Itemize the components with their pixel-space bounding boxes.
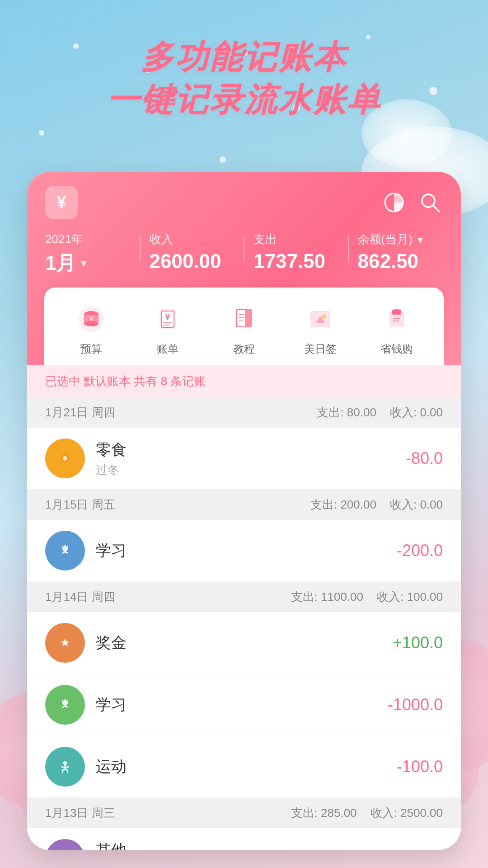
year-label: 2021年	[45, 231, 131, 247]
tx-bonus[interactable]: 奖金 +100.0	[27, 612, 461, 674]
tx-study1-name: 学习	[96, 540, 386, 561]
menu-budget[interactable]: ¥ 预算	[73, 301, 109, 356]
balance-stat: 余额(当月) ▼ 862.50	[358, 231, 443, 273]
ledger-icon: ¥	[150, 301, 186, 337]
income-value: 2600.00	[150, 250, 235, 273]
budget-label: 预算	[80, 342, 102, 356]
date-section-jan21: 1月21日 周四 支出: 80.00 收入: 0.00	[27, 397, 461, 428]
search-button[interactable]	[418, 190, 443, 215]
expense-value: 1737.50	[253, 250, 339, 273]
app-header: ¥ 2021年	[27, 172, 461, 365]
app-card: ¥ 2021年	[27, 172, 461, 850]
menu-ledger[interactable]: ¥ 账单	[150, 301, 186, 356]
expense-stat: 支出 1737.50	[253, 231, 339, 273]
tx-study2-name: 学习	[96, 694, 377, 715]
stat-divider-2	[244, 235, 244, 262]
tx-exercise[interactable]: 运动 -100.0	[27, 736, 461, 798]
date-jan15: 1月15日 周五	[45, 497, 115, 513]
jan13-expense: 支出: 285.00	[291, 805, 357, 821]
tx-study1[interactable]: 学习 -200.0	[27, 520, 461, 582]
jan14-income: 收入: 100.00	[377, 589, 443, 605]
income-label: 收入	[150, 231, 235, 247]
svg-text:¥: ¥	[165, 313, 170, 322]
tx-exercise-name: 运动	[96, 756, 386, 777]
account-header: 已选中 默认账本 共有 8 条记账	[27, 365, 461, 397]
quick-menu: ¥ 预算 ¥ 账单	[44, 288, 444, 365]
pie-chart-button[interactable]	[381, 190, 407, 215]
savings-label: 省钱购	[380, 342, 413, 356]
stats-row: 2021年 1月 ▼ 收入 2600.00 支出 1737.50 余额(当月)	[45, 231, 443, 277]
date-jan21: 1月21日 周四	[45, 405, 115, 420]
tx-other[interactable]: 其他 小猪砸碎哒 +2500.0	[27, 828, 461, 850]
hero-title: 多功能记账本 一键记录流水账单	[0, 36, 488, 121]
svg-point-22	[322, 314, 326, 319]
tx-snack-info: 零食 过冬	[96, 439, 395, 478]
balance-dropdown[interactable]: ▼	[416, 235, 425, 245]
tx-other-info: 其他 小猪砸碎哒	[96, 840, 373, 850]
ledger-label: 账单	[157, 342, 178, 356]
balance-label: 余额(当月) ▼	[358, 231, 443, 247]
date-jan13: 1月13日 周三	[45, 805, 115, 821]
tutorial-label: 教程	[233, 342, 255, 356]
tx-study2[interactable]: 学习 -1000.0	[27, 674, 461, 736]
tx-exercise-icon	[45, 747, 85, 787]
tx-snack-note: 过冬	[96, 462, 395, 478]
tx-snack-icon	[45, 439, 85, 478]
jan15-income: 收入: 0.00	[390, 497, 443, 513]
date-jan21-stats: 支出: 80.00 收入: 0.00	[317, 405, 443, 420]
income-stat: 收入 2600.00	[150, 231, 235, 273]
date-jan13-stats: 支出: 285.00 收入: 2500.00	[291, 805, 443, 821]
tx-bonus-name: 奖金	[96, 632, 382, 653]
expense-label: 支出	[253, 231, 339, 247]
svg-line-40	[62, 700, 63, 702]
year-month-stat: 2021年 1月 ▼	[45, 231, 131, 277]
tx-study2-info: 学习	[96, 694, 377, 715]
tx-study1-info: 学习	[96, 540, 386, 561]
svg-point-28	[63, 456, 67, 461]
tx-snack-amount: -80.0	[406, 449, 443, 468]
tx-study2-amount: -1000.0	[388, 695, 443, 714]
tx-study1-amount: -200.0	[397, 541, 443, 560]
tx-bonus-info: 奖金	[96, 632, 382, 653]
date-jan15-stats: 支出: 200.00 收入: 0.00	[310, 497, 443, 513]
month-dropdown-arrow[interactable]: ▼	[79, 258, 89, 269]
date-jan14: 1月14日 周四	[45, 589, 115, 605]
menu-savings[interactable]: 省钱购	[379, 301, 415, 356]
tutorial-icon	[226, 301, 262, 337]
date-section-jan15: 1月15日 周五 支出: 200.00 收入: 0.00	[27, 490, 461, 520]
tx-study2-icon	[45, 685, 85, 725]
date-section-jan13: 1月13日 周三 支出: 285.00 收入: 2500.00	[27, 798, 461, 828]
svg-rect-23	[392, 311, 401, 315]
header-top: ¥	[45, 186, 443, 219]
svg-line-33	[62, 546, 63, 547]
diary-label: 美日签	[304, 342, 337, 356]
date-section-jan14: 1月14日 周四 支出: 1100.00 收入: 100.00	[27, 582, 461, 612]
svg-rect-15	[245, 309, 252, 327]
tx-other-amount: +2500.0	[384, 849, 443, 850]
tx-bonus-amount: +100.0	[393, 633, 443, 652]
menu-diary[interactable]: 美日签	[302, 301, 338, 356]
svg-line-2	[433, 205, 439, 212]
tx-study1-icon	[45, 531, 85, 571]
jan13-income: 收入: 2500.00	[371, 805, 443, 821]
content-area: 已选中 默认账本 共有 8 条记账 1月21日 周四 支出: 80.00 收入:…	[27, 365, 461, 850]
header-icons	[381, 190, 443, 215]
svg-text:¥: ¥	[89, 315, 93, 322]
tx-other-icon	[45, 839, 85, 850]
menu-tutorial[interactable]: 教程	[226, 301, 262, 356]
hero-line2: 一键记录流水账单	[0, 79, 488, 121]
svg-line-39	[67, 700, 68, 702]
tx-bonus-icon	[45, 623, 85, 663]
jan15-expense: 支出: 200.00	[310, 497, 376, 513]
tx-exercise-amount: -100.0	[397, 757, 443, 776]
hero-line1: 多功能记账本	[0, 36, 488, 79]
tx-exercise-info: 运动	[96, 756, 386, 777]
diary-icon	[302, 301, 338, 337]
tx-other-name: 其他	[96, 840, 373, 850]
balance-value: 862.50	[358, 250, 443, 273]
tx-snack[interactable]: 零食 过冬 -80.0	[27, 428, 461, 490]
yuan-icon: ¥	[45, 186, 78, 219]
stat-divider-1	[140, 235, 141, 262]
tx-snack-name: 零食	[96, 439, 395, 460]
month-value: 1月 ▼	[45, 250, 131, 277]
